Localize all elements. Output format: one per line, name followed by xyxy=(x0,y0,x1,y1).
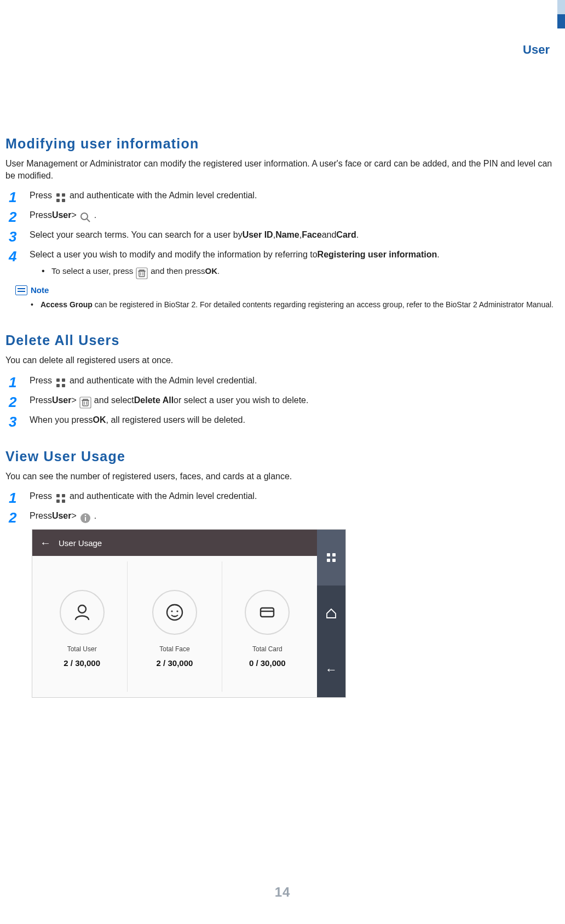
steps-usage: 1 Press and authenticate with the Admin … xyxy=(5,490,558,523)
step-text: . xyxy=(94,209,96,222)
screenshot-sidebar: ← xyxy=(317,530,345,697)
svg-rect-34 xyxy=(332,553,336,556)
svg-rect-20 xyxy=(56,494,60,497)
svg-rect-31 xyxy=(261,608,274,617)
page-edge-tabs xyxy=(557,0,565,28)
step-number: 3 xyxy=(9,226,16,248)
step-3: 3 When you press OK , all registered use… xyxy=(5,414,558,427)
step-3: 3 Select your search terms. You can sear… xyxy=(5,228,558,242)
intro-modifying: User Management or Administrator can mod… xyxy=(5,158,558,181)
svg-rect-14 xyxy=(62,384,65,387)
card-value: 0 / 30,000 xyxy=(234,657,300,669)
step-2: 2 Press User > and select Delete All or … xyxy=(5,394,558,407)
bold: Card xyxy=(336,228,356,242)
bold: Face xyxy=(302,228,321,242)
user-icon xyxy=(60,590,105,635)
svg-rect-25 xyxy=(85,517,86,521)
step-text: When you press xyxy=(30,414,93,427)
bold: User xyxy=(52,394,72,407)
step-text: and authenticate with the Admin level cr… xyxy=(70,189,257,202)
screenshot-title: User Usage xyxy=(59,537,102,549)
step-text: Select your search terms. You can search… xyxy=(30,228,243,242)
user-usage-screenshot: ← User Usage Total User 2 / 30,000 xyxy=(32,529,346,698)
step-number: 1 xyxy=(9,187,16,208)
svg-point-26 xyxy=(85,515,87,516)
svg-rect-23 xyxy=(62,500,65,503)
note-item: Access Group can be registered in BioSta… xyxy=(31,300,558,311)
svg-rect-21 xyxy=(62,494,65,497)
step-text: or select a user you wish to delete. xyxy=(174,394,308,407)
step-text: Press xyxy=(30,490,52,503)
step-2: 2 Press User > . xyxy=(5,509,558,523)
svg-point-27 xyxy=(78,605,86,613)
intro-usage: You can see the number of registered use… xyxy=(5,470,558,483)
bold: Delete All xyxy=(134,394,174,407)
divider xyxy=(222,561,222,692)
step-text: , all registered users will be deleted. xyxy=(106,414,245,427)
trash-icon xyxy=(135,267,149,280)
svg-rect-0 xyxy=(56,193,60,197)
svg-rect-6 xyxy=(136,268,147,279)
step-1: 1 Press and authenticate with the Admin … xyxy=(5,374,558,387)
note-box: Note Access Group can be registered in B… xyxy=(15,284,558,310)
tab-blue xyxy=(557,14,565,28)
svg-point-4 xyxy=(81,213,88,220)
step-text: . xyxy=(217,265,220,278)
step-text: Press xyxy=(30,394,52,407)
screenshot-header: ← User Usage xyxy=(32,530,317,556)
arrow-left-icon: ← xyxy=(325,661,337,679)
step-text: and select xyxy=(94,394,134,407)
step-text: and then press xyxy=(151,265,205,278)
svg-rect-11 xyxy=(56,378,60,382)
svg-rect-1 xyxy=(62,193,65,197)
step-text: . xyxy=(437,248,439,261)
step-text: . xyxy=(94,509,96,523)
screenshot-main: ← User Usage Total User 2 / 30,000 xyxy=(32,530,317,697)
sidebar-apps-button[interactable] xyxy=(317,530,345,586)
step-number: 1 xyxy=(9,372,16,393)
bold: OK xyxy=(93,414,106,427)
svg-rect-22 xyxy=(56,500,60,503)
note-heading: Note xyxy=(15,284,558,296)
svg-rect-16 xyxy=(83,400,88,406)
bold: User ID xyxy=(243,228,273,242)
step-text: > xyxy=(71,394,76,407)
step-text: Select a user you wish to modify and mod… xyxy=(30,248,318,261)
svg-rect-33 xyxy=(327,553,330,556)
step-1: 1 Press and authenticate with the Admin … xyxy=(5,490,558,503)
card-label: Total Card xyxy=(234,645,300,654)
step-text: and authenticate with the Admin level cr… xyxy=(70,490,257,503)
step-2: 2 Press User > . xyxy=(5,209,558,222)
step-text: . xyxy=(356,228,359,242)
svg-rect-12 xyxy=(62,378,65,382)
sidebar-home-button[interactable] xyxy=(317,586,345,641)
step-text: Press xyxy=(30,189,52,202)
heading-delete: Delete All Users xyxy=(5,330,558,350)
heading-modifying: Modifying user information xyxy=(5,134,558,153)
bold: OK xyxy=(205,265,218,278)
bold-user: User xyxy=(52,209,72,222)
card-value: 2 / 30,000 xyxy=(49,657,115,669)
bold: Access Group xyxy=(41,300,93,309)
divider xyxy=(127,561,128,692)
svg-rect-7 xyxy=(139,271,145,277)
svg-rect-13 xyxy=(56,384,60,387)
step-number: 1 xyxy=(9,487,16,509)
tab-light xyxy=(557,0,565,14)
step-text: Press xyxy=(30,509,52,523)
page-section-label: User xyxy=(523,41,550,59)
sidebar-back-button[interactable]: ← xyxy=(317,641,345,697)
step-text: Press xyxy=(30,209,52,222)
card-label: Total Face xyxy=(142,645,207,654)
menu-grid-icon xyxy=(54,191,68,204)
sub-bullet-item: To select a user, press and then press O… xyxy=(42,265,558,278)
menu-grid-icon xyxy=(54,376,68,389)
svg-rect-2 xyxy=(56,199,60,202)
steps-modifying: 1 Press and authenticate with the Admin … xyxy=(5,189,558,278)
step-1: 1 Press and authenticate with the Admin … xyxy=(5,189,558,202)
svg-rect-3 xyxy=(62,199,65,202)
card-total-user: Total User 2 / 30,000 xyxy=(49,590,115,669)
page-number: 14 xyxy=(0,883,565,902)
back-arrow-icon[interactable]: ← xyxy=(40,535,51,551)
intro-delete: You can delete all registered users at o… xyxy=(5,354,558,366)
